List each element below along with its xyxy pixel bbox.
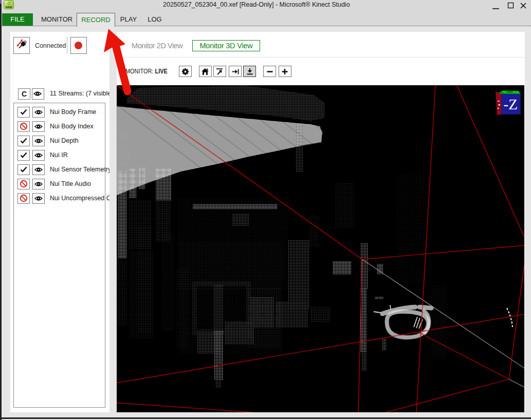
svg-text:-Z: -Z xyxy=(504,96,518,112)
